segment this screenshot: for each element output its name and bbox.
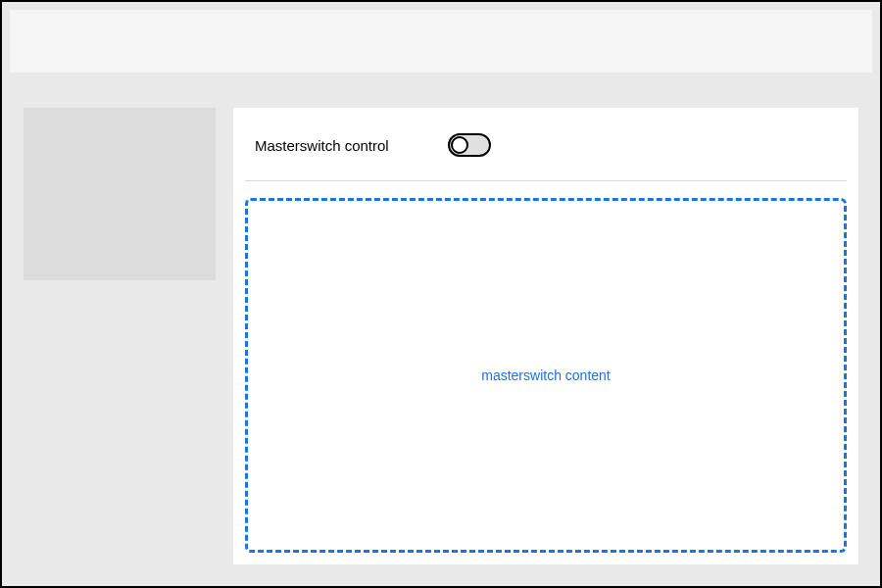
masterswitch-control-row: Masterswitch control (255, 133, 491, 157)
main-panel: Masterswitch control masterswitch conten… (233, 108, 858, 564)
wireframe-frame: Masterswitch control masterswitch conten… (0, 0, 882, 588)
toggle-knob-icon (451, 136, 468, 154)
placeholder-label: masterswitch content (481, 368, 611, 383)
top-bar-placeholder (10, 10, 872, 73)
masterswitch-content-placeholder: masterswitch content (245, 198, 847, 553)
masterswitch-label: Masterswitch control (255, 137, 389, 154)
sidebar-placeholder (24, 108, 216, 280)
masterswitch-toggle[interactable] (448, 133, 491, 157)
divider (245, 180, 847, 181)
